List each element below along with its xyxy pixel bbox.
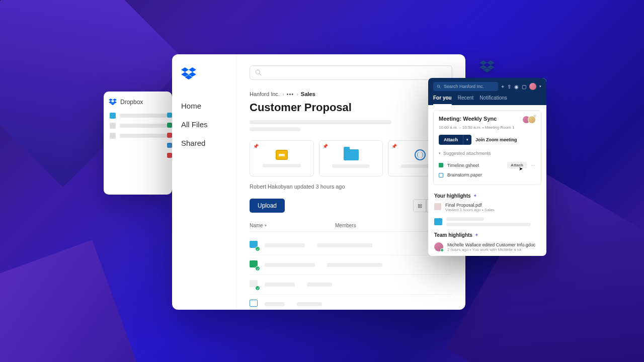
pinned-cards: 📌 📌 📌 <box>250 140 452 176</box>
avatar <box>434 242 443 251</box>
sort-chevron-icon: ▾ <box>265 223 267 228</box>
synced-badge-icon: ✓ <box>255 246 260 251</box>
svg-point-2 <box>437 85 440 87</box>
pin-icon: 📌 <box>253 144 259 149</box>
extension-anchor-icon <box>479 60 495 75</box>
search-placeholder: Search Hanford Inc. <box>444 84 484 89</box>
dropbox-logo-icon <box>181 67 196 80</box>
placeholder <box>250 127 300 131</box>
placeholder <box>250 120 391 124</box>
back-window-title: Dropbox <box>120 99 143 106</box>
team-highlight-placeholder <box>428 254 546 256</box>
search-input[interactable] <box>250 65 452 80</box>
attach-button[interactable]: Attach <box>439 135 463 145</box>
meeting-title: Meeting: Weekly Sync <box>439 116 497 122</box>
breadcrumb-root[interactable]: Hanford Inc. <box>250 91 280 97</box>
svg-line-1 <box>260 74 262 76</box>
bg-decoration <box>0 240 140 362</box>
sparkle-icon: ✦ <box>473 194 477 198</box>
paper-file-icon <box>250 300 258 307</box>
synced-badge-icon: ✓ <box>255 266 260 271</box>
extension-tabs: For you Recent Notifications <box>433 95 541 105</box>
search-icon <box>437 84 441 89</box>
view-grid-small-button[interactable]: ⊞ <box>413 199 426 212</box>
main-app-window: Home All Files Shared Hanford Inc. › •••… <box>172 54 465 310</box>
nav-all-files[interactable]: All Files <box>181 117 227 132</box>
tab-notifications[interactable]: Notifications <box>479 95 507 105</box>
web-link-icon <box>415 149 426 160</box>
more-icon[interactable]: ⋯ <box>531 163 536 168</box>
sparkle-icon: ✦ <box>475 233 478 237</box>
close-icon[interactable]: ✕ <box>533 114 537 119</box>
column-name[interactable]: Name▾ <box>250 223 335 228</box>
dropbox-logo-icon <box>109 99 117 106</box>
nav-home[interactable]: Home <box>181 99 227 113</box>
join-zoom-button[interactable]: Join Zoom meeting <box>475 137 517 142</box>
upload-button[interactable]: Upload <box>250 199 285 213</box>
upload-icon[interactable]: ⇪ <box>507 84 511 89</box>
svg-point-0 <box>256 70 260 74</box>
tab-for-you[interactable]: For you <box>433 95 452 105</box>
folder-icon[interactable]: ▢ <box>522 84 526 89</box>
search-icon <box>255 69 262 76</box>
breadcrumb-collapsed[interactable]: ••• <box>287 91 294 97</box>
pin-icon: 📌 <box>323 144 328 149</box>
your-highlights-header: Your highlights ✦ <box>428 190 546 201</box>
suggestion-row[interactable]: Brainstorm.paper <box>439 170 536 179</box>
suggestion-row[interactable]: Timeline.gsheet Attach ⋯ ➤ <box>439 160 536 170</box>
meeting-time: 10:00 a.m. – 10:30 a.m. • Meeting Room 1 <box>439 125 536 130</box>
sidebar: Home All Files Shared <box>172 54 236 310</box>
extension-body: ✕ Meeting: Weekly Sync 10:00 a.m. – 10:3… <box>428 105 546 256</box>
table-row[interactable]: ✓ <box>250 236 452 255</box>
globe-icon[interactable]: ◉ <box>514 84 519 89</box>
meeting-card: ✕ Meeting: Weekly Sync 10:00 a.m. – 10:3… <box>433 110 541 185</box>
gsheet-icon <box>439 163 443 167</box>
page-title: Customer Proposal <box>250 101 452 114</box>
team-highlight-item[interactable]: Michelle Wallace edited Customer Info.gd… <box>428 240 546 254</box>
pinned-card[interactable]: 📌 <box>250 140 314 176</box>
highlight-item[interactable]: Final Proposal.pdf Viewed 3 hours ago • … <box>428 201 546 214</box>
team-highlights-header: Team highlights ✦ <box>428 229 546 240</box>
extension-header: Search Hanford Inc. + ⇪ ◉ ▢ ▾ For you Re… <box>428 78 546 105</box>
synced-badge-icon: ✓ <box>255 286 260 291</box>
add-icon[interactable]: + <box>501 84 504 89</box>
table-header: Name▾ Members <box>250 220 452 232</box>
table-row[interactable] <box>250 295 452 310</box>
pin-icon: 📌 <box>391 144 397 149</box>
attach-dropdown-button[interactable]: ▾ <box>463 135 471 145</box>
highlight-placeholder <box>428 214 546 229</box>
suggested-header[interactable]: ▾ Suggested attachments <box>439 151 536 156</box>
attach-suggestion-button[interactable]: Attach <box>507 162 527 168</box>
table-row[interactable]: ✓ <box>250 275 452 295</box>
pinned-card[interactable]: 📌 <box>319 140 383 176</box>
minimized-window: Dropbox <box>104 92 172 195</box>
pdf-icon <box>434 203 441 210</box>
user-avatar[interactable] <box>529 83 536 90</box>
extension-search-input[interactable]: Search Hanford Inc. <box>433 82 498 91</box>
attach-button-group: Attach ▾ <box>439 135 471 145</box>
svg-line-3 <box>439 87 441 88</box>
folder-icon <box>344 149 359 160</box>
table-row[interactable]: ✓ <box>250 255 452 275</box>
chevron-down-icon: ▾ <box>439 151 441 155</box>
presence-badge-icon <box>440 248 444 252</box>
breadcrumb: Hanford Inc. › ••• › Sales <box>250 91 452 97</box>
folder-icon <box>434 218 442 225</box>
nav-shared[interactable]: Shared <box>181 136 227 150</box>
chevron-down-icon[interactable]: ▾ <box>539 84 541 88</box>
extension-panel: Search Hanford Inc. + ⇪ ◉ ▢ ▾ For you Re… <box>428 78 546 256</box>
toolbar: Upload ⊞ ▦ ☰ <box>250 199 452 213</box>
last-updated: Robert Hakobyan updated 3 hours ago <box>250 184 452 190</box>
slides-file-icon <box>276 150 288 160</box>
breadcrumb-current[interactable]: Sales <box>301 91 315 97</box>
paper-icon <box>439 173 443 177</box>
tab-recent[interactable]: Recent <box>458 95 474 105</box>
